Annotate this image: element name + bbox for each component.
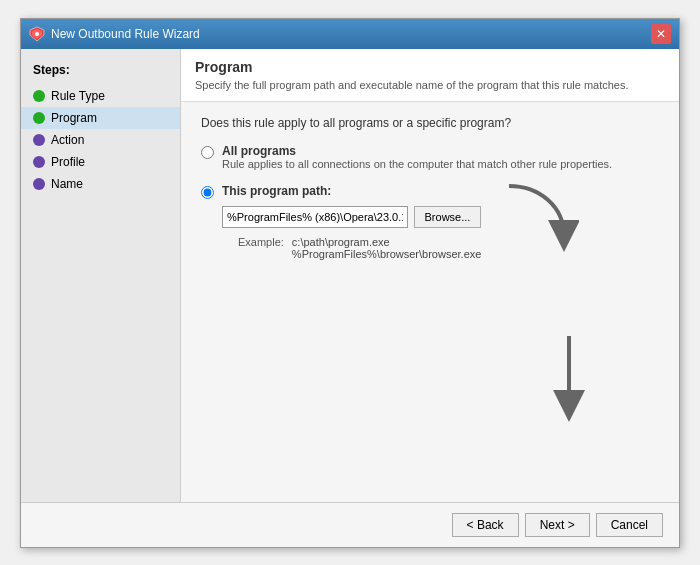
- example-line-1: c:\path\program.exe: [292, 236, 482, 248]
- app-icon: [29, 26, 45, 42]
- sidebar-label-program: Program: [51, 111, 97, 125]
- steps-label: Steps:: [21, 59, 180, 85]
- close-button[interactable]: ✕: [651, 24, 671, 44]
- dot-name: [33, 178, 45, 190]
- this-program-label: This program path: Browse... Example: c:…: [222, 184, 481, 260]
- back-button[interactable]: < Back: [452, 513, 519, 537]
- sidebar-item-program[interactable]: Program: [21, 107, 180, 129]
- all-programs-desc: Rule applies to all connections on the c…: [222, 158, 612, 170]
- radio-this-program[interactable]: [201, 186, 214, 199]
- page-title: Program: [195, 59, 665, 75]
- dot-rule-type: [33, 90, 45, 102]
- sidebar-label-name: Name: [51, 177, 83, 191]
- radio-all-programs[interactable]: [201, 146, 214, 159]
- all-programs-title: All programs: [222, 144, 612, 158]
- content-area: Steps: Rule Type Program Action Profile …: [21, 49, 679, 502]
- cancel-button[interactable]: Cancel: [596, 513, 663, 537]
- sidebar-item-name[interactable]: Name: [21, 173, 180, 195]
- sidebar-label-rule-type: Rule Type: [51, 89, 105, 103]
- example-values: c:\path\program.exe %ProgramFiles%\brows…: [292, 236, 482, 260]
- radio-option-this-program[interactable]: This program path: Browse... Example: c:…: [201, 184, 659, 260]
- program-path-row: Browse...: [222, 206, 481, 228]
- main-panel: Program Specify the full program path an…: [181, 49, 679, 502]
- page-header: Program Specify the full program path an…: [181, 49, 679, 102]
- sidebar-item-rule-type[interactable]: Rule Type: [21, 85, 180, 107]
- page-description: Specify the full program path and execut…: [195, 79, 665, 91]
- svg-point-2: [35, 32, 39, 36]
- dot-action: [33, 134, 45, 146]
- main-content: Does this rule apply to all programs or …: [201, 116, 659, 486]
- sidebar: Steps: Rule Type Program Action Profile …: [21, 49, 181, 502]
- sidebar-item-action[interactable]: Action: [21, 129, 180, 151]
- sidebar-label-action: Action: [51, 133, 84, 147]
- sidebar-label-profile: Profile: [51, 155, 85, 169]
- example-line-2: %ProgramFiles%\browser\browser.exe: [292, 248, 482, 260]
- footer-buttons: < Back Next > Cancel: [21, 502, 679, 547]
- dot-profile: [33, 156, 45, 168]
- example-label: Example:: [238, 236, 284, 260]
- example-block: Example: c:\path\program.exe %ProgramFil…: [238, 236, 481, 260]
- radio-group: All programs Rule applies to all connect…: [201, 144, 659, 260]
- this-program-title: This program path:: [222, 184, 481, 198]
- question-text: Does this rule apply to all programs or …: [201, 116, 659, 130]
- radio-option-all-programs[interactable]: All programs Rule applies to all connect…: [201, 144, 659, 170]
- dot-program: [33, 112, 45, 124]
- arrow-2-icon: [539, 326, 599, 426]
- program-path-input[interactable]: [222, 206, 408, 228]
- title-bar-left: New Outbound Rule Wizard: [29, 26, 200, 42]
- next-button[interactable]: Next >: [525, 513, 590, 537]
- wizard-window: New Outbound Rule Wizard ✕ Steps: Rule T…: [20, 18, 680, 548]
- sidebar-item-profile[interactable]: Profile: [21, 151, 180, 173]
- browse-button[interactable]: Browse...: [414, 206, 482, 228]
- window-title: New Outbound Rule Wizard: [51, 27, 200, 41]
- all-programs-label: All programs Rule applies to all connect…: [222, 144, 612, 170]
- title-bar: New Outbound Rule Wizard ✕: [21, 19, 679, 49]
